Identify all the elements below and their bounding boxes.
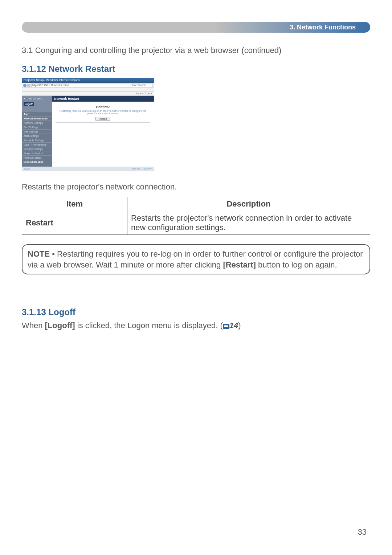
subsection-heading-restart: 3.1.12 Network Restart [22, 64, 370, 74]
table-header-description: Description [127, 197, 370, 211]
section-title: 3.1 Conguring and controlling the projec… [22, 46, 370, 55]
sidebar-item-port-settings[interactable]: Port Settings [22, 125, 52, 129]
subsection-heading-logoff: 3.1.13 Logoff [22, 307, 370, 317]
sidebar-item-projector-control[interactable]: Projector Control [22, 151, 52, 155]
page-tools[interactable]: Page ▾ Tools ▾ [136, 92, 152, 95]
chapter-header: 3. Network Functions [22, 22, 370, 33]
status-left: Done [24, 168, 30, 170]
restart-button[interactable]: Restart [95, 117, 110, 121]
logoff-bold: [Logoff] [45, 321, 75, 330]
sidebar-item-projector-status[interactable]: Projector Status [22, 155, 52, 160]
logoff-text-pre: When [22, 321, 45, 330]
page-number: 33 [358, 527, 367, 537]
chapter-title: 3. Network Functions [290, 24, 356, 31]
table-cell-item: Restart [22, 211, 127, 235]
table-row: Restart Restarts the projector's network… [22, 211, 370, 235]
sidebar-item-network-settings[interactable]: Network Settings [22, 121, 52, 125]
table-header-item: Item [22, 197, 127, 211]
note-box: NOTE • Restarting requires you to re-log… [22, 244, 370, 274]
confirm-heading: Confirm! [56, 105, 150, 109]
logoff-text-mid: is clicked, the Logon menu is displayed.… [75, 321, 223, 330]
page-ref: 14 [229, 321, 238, 330]
logoff-text-post: ) [238, 321, 241, 330]
window-title: Projector Setup - Windows Internet Explo… [22, 78, 154, 83]
sidebar-title: Projector Setup [24, 97, 50, 100]
note-text-2: button to log on again. [256, 260, 337, 269]
sidebar-item-datetime-settings[interactable]: Date / Time Settings [22, 142, 52, 147]
book-icon [223, 324, 229, 329]
note-restart-bold: [Restart] [223, 260, 256, 269]
forward-icon[interactable] [27, 84, 30, 87]
panel-title: Network Restart [52, 96, 154, 102]
back-icon[interactable] [23, 84, 26, 87]
sidebar-item-network-info[interactable]: Network Information [22, 116, 52, 121]
note-label: NOTE [28, 249, 50, 258]
status-zoom[interactable]: 100% ▾ [143, 167, 152, 170]
item-description-table: Item Description Restart Restarts the pr… [22, 197, 370, 235]
sidebar-item-top[interactable]: Top: [22, 112, 52, 116]
sidebar: Projector Setup Logoff Top: Network Info… [22, 96, 52, 167]
address-bar[interactable]: http://192.168.1.10/admin/restart [31, 83, 130, 87]
description-text: Restarts the projector's network connect… [22, 182, 370, 192]
logoff-button[interactable]: Logoff [24, 102, 34, 106]
confirm-message: Restarting requires you to re-log on in … [56, 110, 150, 115]
sidebar-item-alert-settings[interactable]: Alert Settings [22, 134, 52, 138]
sidebar-item-mail-settings[interactable]: Mail Settings [22, 129, 52, 134]
search-box[interactable]: Live Search [131, 83, 153, 87]
sidebar-item-network-restart[interactable]: Network Restart [22, 160, 52, 164]
favorites-bar: ☆ ☆ [147, 88, 152, 91]
screenshot-network-restart: Projector Setup - Windows Internet Explo… [22, 78, 154, 171]
sidebar-item-security-settings[interactable]: Security Settings [22, 147, 52, 151]
logoff-text: When [Logoff] is clicked, the Logon menu… [22, 321, 370, 330]
table-cell-description: Restarts the projector's network connect… [127, 211, 370, 235]
sidebar-item-schedule-settings[interactable]: Schedule Settings [22, 138, 52, 142]
status-zone: Internet [131, 167, 140, 170]
